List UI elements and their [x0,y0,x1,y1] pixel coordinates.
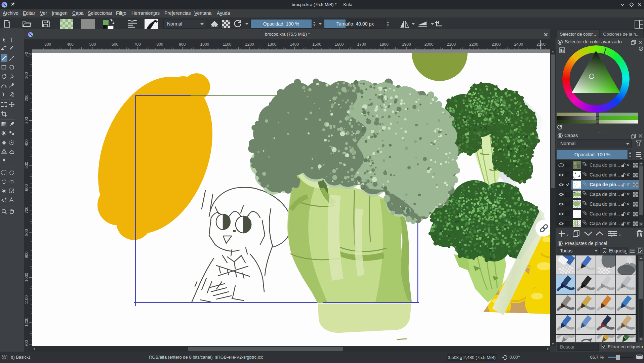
svg-text:1100: 1100 [24,295,29,304]
svg-text:1400: 1400 [290,42,299,47]
svg-text:2400: 2400 [514,42,523,47]
svg-text:2300: 2300 [492,42,501,47]
svg-text:1900: 1900 [402,42,411,47]
svg-text:2000: 2000 [425,42,434,47]
svg-text:1000: 1000 [24,273,29,282]
svg-text:600: 600 [112,42,118,47]
svg-text:800: 800 [24,229,29,236]
svg-text:400: 400 [67,42,74,47]
svg-text:400: 400 [24,139,29,146]
svg-text:200: 200 [24,94,29,101]
svg-text:500: 500 [89,42,96,47]
svg-text:1700: 1700 [357,42,366,47]
svg-text:2200: 2200 [469,42,478,47]
svg-text:1300: 1300 [268,42,277,47]
svg-text:1600: 1600 [335,42,344,47]
svg-text:1300: 1300 [24,340,29,346]
svg-text:2100: 2100 [447,42,456,47]
svg-text:1000: 1000 [200,42,209,47]
svg-text:1800: 1800 [379,42,389,47]
svg-text:1500: 1500 [312,42,321,47]
svg-text:1100: 1100 [223,42,232,47]
svg-text:1200: 1200 [245,42,254,47]
svg-text:600: 600 [24,184,29,191]
svg-text:300: 300 [24,117,29,124]
svg-text:900: 900 [179,42,186,47]
svg-text:700: 700 [24,207,29,213]
svg-text:800: 800 [156,42,163,47]
svg-text:700: 700 [134,42,141,47]
svg-text:2500: 2500 [536,42,546,47]
svg-text:300: 300 [44,42,51,47]
svg-text:1200: 1200 [24,318,29,327]
svg-text:500: 500 [24,162,29,168]
svg-text:900: 900 [24,251,29,258]
svg-text:100: 100 [24,72,29,79]
